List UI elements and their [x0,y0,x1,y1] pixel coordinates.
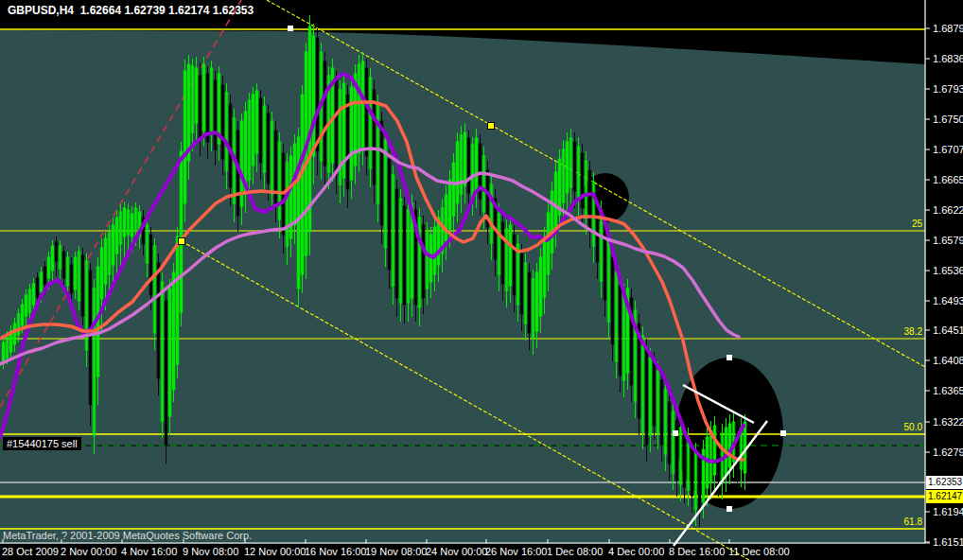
price-tick-label: 1.66220 [933,204,963,216]
hline-price-box: 1.62147 [926,490,963,503]
time-tick-label: 26 Nov 16:00 [485,546,547,557]
selection-handle[interactable] [727,355,732,360]
selection-handle[interactable] [488,123,495,130]
time-tick-label: 12 Nov 00:00 [244,546,306,557]
price-tick-label: 1.63650 [933,385,963,396]
price-tick-label: 1.67500 [933,114,963,125]
selection-handle[interactable] [673,430,678,436]
fib-level-label: 25 [856,219,922,229]
time-tick-label: 19 Nov 08:00 [365,546,427,557]
price-tick-label: 1.67070 [933,144,963,155]
selection-handle[interactable] [727,506,732,512]
plot-background [0,0,925,544]
time-tick-label: 16 Nov 16:00 [305,546,366,557]
chart-canvas[interactable] [0,0,963,560]
price-tick-label: 1.61940 [933,506,963,517]
time-tick-label: 4 Nov 16:00 [121,546,177,557]
time-tick-label: 4 Dec 00:00 [608,546,664,557]
price-tick-label: 1.64510 [933,324,963,336]
time-tick-label: 28 Oct 2009 [2,546,59,557]
fib-level-label: 50.0 [856,422,922,432]
time-tick-label: 2 Nov 00:00 [61,546,116,557]
price-tick-label: 1.63220 [933,416,963,428]
fib-level-label: 61.8 [856,516,922,527]
price-tick-label: 1.67930 [933,83,963,95]
current-bid-price-box: 1.62353 [926,476,963,489]
selection-handle[interactable] [179,238,185,245]
selection-handle[interactable] [288,26,293,31]
copyright-text: MetaTrader, ? 2001-2009 MetaQuotes Softw… [3,530,252,541]
price-tick-label: 1.68790 [933,23,963,34]
time-tick-label: 9 Nov 08:00 [183,546,238,557]
price-tick-label: 1.64080 [933,355,963,366]
time-tick-label: 1 Dec 08:00 [547,546,603,557]
price-tick-label: 1.68360 [933,53,963,64]
time-tick-label: 8 Dec 16:00 [669,546,725,557]
price-tick-label: 1.61510 [933,536,963,548]
chart-area[interactable] [0,0,963,560]
price-tick-label: 1.66650 [933,174,963,185]
order-sell-label[interactable]: #15440175 sell [3,437,81,450]
price-tick-label: 1.64930 [933,295,963,306]
metatrader-window: GBPUSD,H4 1.62664 1.62739 1.62174 1.6235… [0,0,963,560]
symbol-ohlc-line: GBPUSD,H4 1.62664 1.62739 1.62174 1.6235… [8,4,254,17]
selection-handle[interactable] [780,430,786,436]
time-tick-label: 24 Nov 00:00 [426,546,487,557]
time-tick-label: 11 Dec 08:00 [728,546,790,557]
fib-level-label: 38.2 [856,326,922,337]
price-tick-label: 1.65790 [933,235,963,246]
price-tick-label: 1.65360 [933,265,963,276]
price-tick-label: 1.62790 [933,446,963,458]
